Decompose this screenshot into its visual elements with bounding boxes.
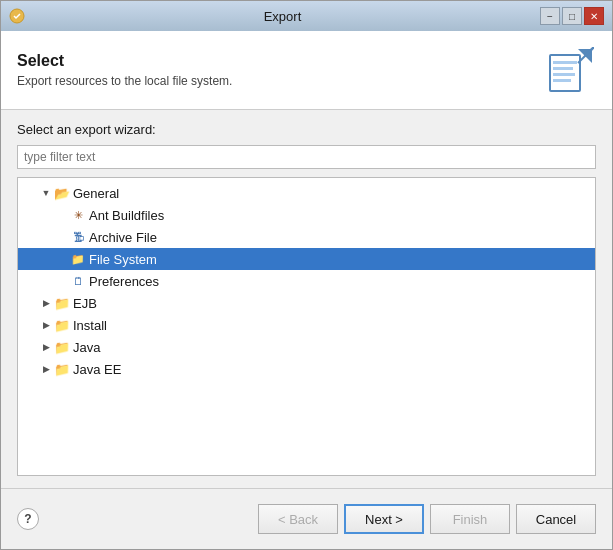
- toggle-java[interactable]: [38, 339, 54, 355]
- wizard-label: Select an export wizard:: [17, 122, 596, 137]
- tree-item-ant-buildfiles[interactable]: ✳ Ant Buildfiles: [18, 204, 595, 226]
- item-label-prefs: Preferences: [89, 274, 159, 289]
- tree-item-preferences[interactable]: 🗒 Preferences: [18, 270, 595, 292]
- item-label-install: Install: [73, 318, 107, 333]
- toggle-prefs: [54, 273, 70, 289]
- toggle-install[interactable]: [38, 317, 54, 333]
- folder-icon-install: 📁: [54, 317, 70, 333]
- filesys-icon: 📁: [70, 251, 86, 267]
- footer: ? < Back Next > Finish Cancel: [1, 489, 612, 549]
- finish-button[interactable]: Finish: [430, 504, 510, 534]
- header-title: Select: [17, 52, 232, 70]
- tree-item-archive-file[interactable]: 🗜 Archive File: [18, 226, 595, 248]
- folder-icon-ejb: 📁: [54, 295, 70, 311]
- toggle-filesys: [54, 251, 70, 267]
- window-title: Export: [25, 9, 540, 24]
- next-button[interactable]: Next >: [344, 504, 424, 534]
- toggle-general[interactable]: [38, 185, 54, 201]
- header-text: Select Export resources to the local fil…: [17, 52, 232, 88]
- svg-marker-9: [592, 47, 594, 49]
- svg-rect-4: [553, 73, 575, 76]
- window-controls: − □ ✕: [540, 7, 604, 25]
- title-bar: Export − □ ✕: [1, 1, 612, 31]
- toggle-java-ee[interactable]: [38, 361, 54, 377]
- svg-rect-5: [553, 79, 571, 82]
- svg-rect-3: [553, 67, 573, 70]
- minimize-button[interactable]: −: [540, 7, 560, 25]
- tree-item-java[interactable]: 📁 Java: [18, 336, 595, 358]
- item-label-java: Java: [73, 340, 100, 355]
- footer-left: ?: [17, 508, 39, 530]
- back-button[interactable]: < Back: [258, 504, 338, 534]
- item-label-ejb: EJB: [73, 296, 97, 311]
- maximize-button[interactable]: □: [562, 7, 582, 25]
- tree-container: 📂 General ✳ Ant Buildfiles 🗜: [17, 177, 596, 476]
- tree-item-general[interactable]: 📂 General: [18, 182, 595, 204]
- header-section: Select Export resources to the local fil…: [1, 31, 612, 110]
- item-label-java-ee: Java EE: [73, 362, 121, 377]
- item-label-general: General: [73, 186, 119, 201]
- item-label-ant: Ant Buildfiles: [89, 208, 164, 223]
- content-section: Select an export wizard: 📂 General ✳ Ant: [1, 110, 612, 488]
- tree-inner[interactable]: 📂 General ✳ Ant Buildfiles 🗜: [18, 178, 595, 475]
- toggle-ant: [54, 207, 70, 223]
- export-dialog: Export − □ ✕ Select Export resources to …: [0, 0, 613, 550]
- item-label-archive: Archive File: [89, 230, 157, 245]
- tree-item-file-system[interactable]: 📁 File System: [18, 248, 595, 270]
- filter-input[interactable]: [17, 145, 596, 169]
- tree-item-java-ee[interactable]: 📁 Java EE: [18, 358, 595, 380]
- help-button[interactable]: ?: [17, 508, 39, 530]
- svg-rect-2: [553, 61, 577, 64]
- cancel-button[interactable]: Cancel: [516, 504, 596, 534]
- window-icon: [9, 8, 25, 24]
- toggle-ejb[interactable]: [38, 295, 54, 311]
- folder-open-icon: 📂: [54, 185, 70, 201]
- prefs-icon: 🗒: [70, 273, 86, 289]
- tree-item-ejb[interactable]: 📁 EJB: [18, 292, 595, 314]
- ant-icon: ✳: [70, 207, 86, 223]
- toggle-archive: [54, 229, 70, 245]
- tree-item-install[interactable]: 📁 Install: [18, 314, 595, 336]
- close-button[interactable]: ✕: [584, 7, 604, 25]
- footer-buttons: < Back Next > Finish Cancel: [258, 504, 596, 534]
- folder-icon-java: 📁: [54, 339, 70, 355]
- item-label-filesys: File System: [89, 252, 157, 267]
- header-description: Export resources to the local file syste…: [17, 74, 232, 88]
- export-icon: [546, 45, 596, 95]
- archive-icon: 🗜: [70, 229, 86, 245]
- folder-icon-java-ee: 📁: [54, 361, 70, 377]
